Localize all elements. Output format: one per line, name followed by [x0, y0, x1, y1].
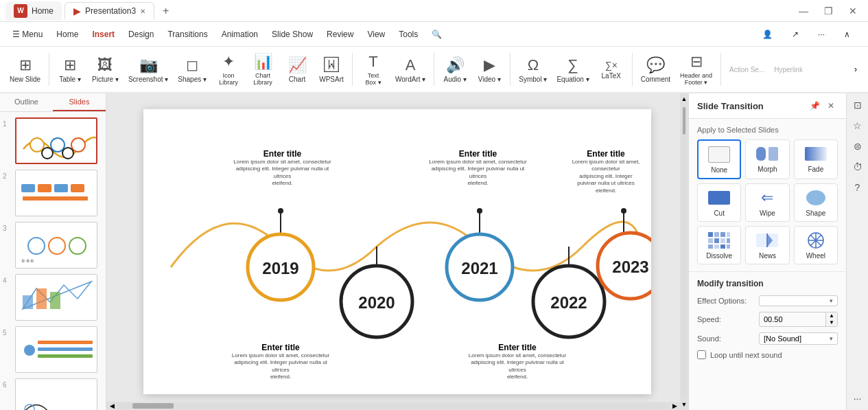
latex-button[interactable]: ∑× LaTeX — [595, 57, 628, 82]
transition-wipe[interactable]: ⇐ Wipe — [745, 183, 789, 222]
share-button[interactable]: ↗ — [785, 27, 806, 42]
sidebar-help-button[interactable]: ? — [849, 179, 867, 196]
slide-img-2[interactable] — [15, 170, 97, 216]
menu-insert[interactable]: Insert — [85, 27, 121, 42]
panel-pin-button[interactable]: 📌 — [808, 99, 821, 113]
sound-dropdown[interactable]: [No Sound] ▾ — [759, 332, 838, 345]
slide-thumb-3[interactable]: 3 ⚙ ⚙ ⚙ — [3, 222, 103, 269]
speed-up-button[interactable]: ▲ — [825, 312, 837, 319]
icon-library-label: IconLibrary — [219, 72, 238, 86]
svg-rect-44 — [769, 147, 778, 161]
menu-home[interactable]: Home — [49, 27, 85, 42]
slide-thumb-2[interactable]: 2 — [3, 170, 103, 216]
sidebar-history-button[interactable]: ⏱ — [849, 158, 867, 176]
menu-hamburger[interactable]: ☰ Menu — [5, 27, 49, 42]
textbox-button[interactable]: T TextBox — [357, 50, 390, 89]
scroll-right-button[interactable]: ▶ — [669, 402, 680, 410]
screenshot-button[interactable]: 📷 Screenshot — [124, 54, 172, 86]
equation-button[interactable]: ∑ Equation — [552, 54, 593, 86]
menu-transitions[interactable]: Transitions — [161, 27, 214, 42]
more-button[interactable]: ··· — [811, 27, 832, 42]
slide-img-5[interactable] — [15, 326, 97, 373]
horizontal-scrollbar[interactable]: ◀ ▶ — [106, 402, 680, 410]
menu-view[interactable]: View — [360, 27, 392, 42]
slide-img-4[interactable] — [15, 274, 97, 321]
close-tab-button[interactable]: ✕ — [140, 8, 145, 15]
speed-value[interactable]: 00.50 — [760, 314, 825, 325]
table-button[interactable]: ⊞ Table — [54, 54, 86, 86]
h-scroll-thumb[interactable] — [132, 403, 174, 409]
minimize-button[interactable]: — — [794, 4, 813, 18]
sidebar-adjust-button[interactable]: ⊜ — [849, 137, 867, 155]
chart-button[interactable]: 📈 Chart — [281, 54, 314, 86]
slide-img-1[interactable] — [15, 117, 97, 164]
menu-animation[interactable]: Animation — [215, 27, 265, 42]
close-window-button[interactable]: ✕ — [843, 4, 863, 18]
scroll-down-button[interactable]: ▼ — [680, 399, 688, 410]
transition-fade[interactable]: Fade — [794, 139, 838, 179]
transition-dissolve[interactable]: Dissolve — [697, 226, 741, 264]
scroll-thumb[interactable] — [683, 107, 685, 135]
home-tab[interactable]: W Home — [5, 1, 62, 21]
slide-img-6[interactable] — [15, 378, 97, 410]
sidebar-favorite-button[interactable]: ☆ — [849, 117, 867, 135]
tab-slides[interactable]: Slides — [53, 93, 106, 111]
slide-thumb-5[interactable]: 5 — [3, 326, 103, 373]
action-button[interactable]: Action Se... — [725, 63, 769, 76]
menu-tools[interactable]: Tools — [392, 27, 425, 42]
tab-outline[interactable]: Outline — [0, 93, 53, 111]
account-button[interactable]: 👤 — [755, 27, 779, 42]
header-footer-button[interactable]: ⊟ Header andFooter — [676, 50, 716, 89]
audio-button[interactable]: 🔊 Audio — [438, 54, 471, 86]
wpsart-button[interactable]: 🅆 WPSArt — [315, 54, 348, 86]
sidebar-expand-button[interactable]: ⊡ — [849, 96, 867, 114]
picture-button[interactable]: 🖼 Picture — [88, 54, 123, 86]
svg-rect-54 — [720, 238, 725, 243]
speed-row: Speed: 00.50 ▲ ▼ — [697, 312, 838, 327]
title-2019: Enter title Lorem ipsum dolor sit amet, … — [233, 149, 332, 187]
scroll-up-button[interactable]: ▲ — [680, 93, 688, 104]
speed-arrows: ▲ ▼ — [825, 312, 837, 326]
presentation-tab[interactable]: ▶ Presentation3 ✕ — [64, 2, 154, 19]
maximize-button[interactable]: ❐ — [819, 4, 838, 18]
effect-options-dropdown[interactable]: ▾ — [759, 295, 838, 306]
svg-rect-52 — [708, 238, 713, 243]
transition-shape[interactable]: Shape — [794, 183, 838, 222]
wordart-button[interactable]: A WordArt — [391, 54, 430, 86]
hyperlink-button[interactable]: Hyperlink — [770, 63, 807, 76]
icon-library-button[interactable]: ✦ IconLibrary — [212, 50, 245, 89]
symbol-button[interactable]: Ω Symbol — [515, 54, 551, 86]
menu-search[interactable]: 🔍 — [425, 27, 449, 42]
video-button[interactable]: ▶ Video — [473, 54, 506, 86]
loop-checkbox[interactable] — [697, 350, 706, 359]
speed-input[interactable]: 00.50 ▲ ▼ — [759, 312, 838, 327]
add-tab-button[interactable]: + — [157, 2, 174, 20]
slide-thumb-4[interactable]: 4 — [3, 274, 103, 321]
slide-thumb-6[interactable]: 6 — [3, 378, 103, 410]
transition-morph[interactable]: Morph — [745, 139, 789, 179]
expand-ribbon-button[interactable]: › — [849, 62, 863, 77]
vertical-scrollbar[interactable]: ▲ ▼ — [680, 93, 688, 410]
loop-row: Loop until next sound — [697, 350, 838, 359]
speed-down-button[interactable]: ▼ — [825, 319, 837, 326]
menu-review[interactable]: Review — [320, 27, 360, 42]
scroll-left-button[interactable]: ◀ — [106, 402, 117, 410]
slide-thumb-1[interactable]: 1 — [3, 117, 103, 164]
collapse-button[interactable]: ∧ — [837, 27, 857, 42]
transition-cut[interactable]: Cut — [697, 183, 741, 222]
svg-point-24 — [278, 208, 283, 214]
chart-library-button[interactable]: 📊 ChartLibrary — [246, 50, 279, 89]
new-slide-button[interactable]: ⊞ New Slide — [5, 54, 45, 86]
shapes-button[interactable]: ◻ Shapes — [174, 54, 211, 86]
slide-img-3[interactable]: ⚙ ⚙ ⚙ — [15, 222, 97, 269]
none-label: None — [711, 166, 727, 174]
comment-button[interactable]: 💬 Comment — [637, 54, 675, 86]
slide-num-6: 6 — [3, 378, 12, 389]
menu-slideshow[interactable]: Slide Show — [265, 27, 320, 42]
menu-design[interactable]: Design — [121, 27, 161, 42]
transition-wheel[interactable]: Wheel — [794, 226, 838, 264]
transition-none[interactable]: None — [697, 139, 741, 179]
transition-news[interactable]: News — [745, 226, 789, 264]
panel-close-button[interactable]: ✕ — [824, 99, 838, 113]
sidebar-more-button[interactable]: ··· — [849, 389, 867, 407]
